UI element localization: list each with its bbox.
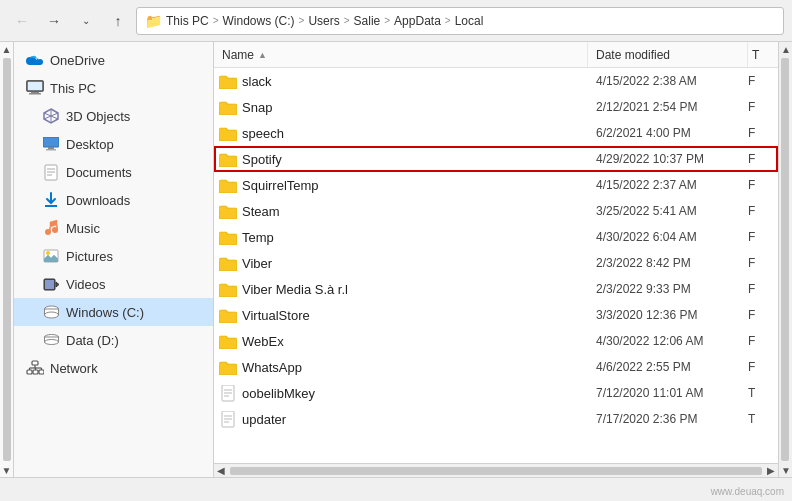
table-row[interactable]: Spotify 4/29/2022 10:37 PM F — [214, 146, 778, 172]
folder-icon — [218, 253, 238, 273]
table-row[interactable]: Viber Media S.à r.l 2/3/2022 9:33 PM F — [214, 276, 778, 302]
svg-rect-9 — [48, 147, 54, 149]
file-name: slack — [242, 74, 588, 89]
sidebar-item-documents[interactable]: Documents — [14, 158, 213, 186]
address-appdata: AppData — [394, 14, 441, 28]
table-row[interactable]: speech 6/2/2021 4:00 PM F — [214, 120, 778, 146]
table-row[interactable]: Steam 3/25/2022 5:41 AM F — [214, 198, 778, 224]
3d-objects-icon — [42, 107, 60, 125]
file-date: 7/17/2020 2:36 PM — [588, 412, 748, 426]
file-name: Viber Media S.à r.l — [242, 282, 588, 297]
address-bar[interactable]: 📁 This PC > Windows (C:) > Users > Salie… — [136, 7, 784, 35]
address-this-pc: This PC — [166, 14, 209, 28]
sidebar-item-videos[interactable]: Videos — [14, 270, 213, 298]
desktop-label: Desktop — [66, 137, 114, 152]
file-date: 3/25/2022 5:41 AM — [588, 204, 748, 218]
sidebar-scroll-up[interactable]: ▲ — [0, 42, 14, 56]
svg-rect-37 — [39, 370, 44, 374]
col-name-header[interactable]: Name ▲ — [214, 42, 588, 67]
main-container: ▲ ▼ OneDrive — [0, 42, 792, 477]
table-row[interactable]: Temp 4/30/2022 6:04 AM F — [214, 224, 778, 250]
col-date-header[interactable]: Date modified — [588, 42, 748, 67]
svg-point-28 — [44, 312, 58, 318]
watermark: www.deuaq.com — [711, 486, 784, 497]
sidebar-item-windows-c[interactable]: Windows (C:) — [14, 298, 213, 326]
sidebar-item-network[interactable]: Network — [14, 354, 213, 382]
file-type: F — [748, 360, 778, 374]
table-row[interactable]: oobelibMkey 7/12/2020 11:01 AM T — [214, 380, 778, 406]
sidebar-item-music[interactable]: Music — [14, 214, 213, 242]
sidebar-item-pictures[interactable]: Pictures — [14, 242, 213, 270]
svg-rect-3 — [27, 81, 43, 91]
sidebar-item-this-pc[interactable]: This PC — [14, 74, 213, 102]
sidebar-item-downloads[interactable]: Downloads — [14, 186, 213, 214]
svg-point-33 — [44, 339, 58, 344]
file-type: T — [748, 412, 778, 426]
address-users: Users — [308, 14, 339, 28]
back-button[interactable]: ← — [8, 7, 36, 35]
sidebar-scroll-down[interactable]: ▼ — [0, 463, 14, 477]
file-name: Steam — [242, 204, 588, 219]
sidebar-item-data-d[interactable]: Data (D:) — [14, 326, 213, 354]
scroll-right-btn[interactable]: ▶ — [764, 464, 778, 478]
file-date: 4/30/2022 6:04 AM — [588, 230, 748, 244]
file-name: SquirrelTemp — [242, 178, 588, 193]
folder-icon — [218, 71, 238, 91]
filelist-scroll-down[interactable]: ▼ — [779, 463, 792, 477]
folder-icon — [218, 279, 238, 299]
videos-label: Videos — [66, 277, 106, 292]
filelist-scroll-up[interactable]: ▲ — [779, 42, 792, 56]
sidebar-item-desktop[interactable]: Desktop — [14, 130, 213, 158]
file-date: 4/6/2022 2:55 PM — [588, 360, 748, 374]
file-name: Snap — [242, 100, 588, 115]
3d-objects-label: 3D Objects — [66, 109, 130, 124]
file-type: F — [748, 308, 778, 322]
col-type-header[interactable]: T — [748, 42, 778, 67]
documents-icon — [42, 163, 60, 181]
table-row[interactable]: WhatsApp 4/6/2022 2:55 PM F — [214, 354, 778, 380]
folder-icon — [218, 97, 238, 117]
table-row[interactable]: Viber 2/3/2022 8:42 PM F — [214, 250, 778, 276]
file-pane: Name ▲ Date modified T slack 4/1 — [214, 42, 778, 477]
sidebar-item-onedrive[interactable]: OneDrive — [14, 46, 213, 74]
forward-button[interactable]: → — [40, 7, 68, 35]
onedrive-icon — [26, 51, 44, 69]
file-name: Temp — [242, 230, 588, 245]
doc-icon — [218, 409, 238, 429]
folder-icon — [218, 123, 238, 143]
file-type: F — [748, 204, 778, 218]
dropdown-button[interactable]: ⌄ — [72, 7, 100, 35]
file-date: 7/12/2020 11:01 AM — [588, 386, 748, 400]
pictures-label: Pictures — [66, 249, 113, 264]
pictures-icon — [42, 247, 60, 265]
folder-icon-address: 📁 — [145, 13, 162, 29]
table-row[interactable]: updater 7/17/2020 2:36 PM T — [214, 406, 778, 432]
file-type: F — [748, 152, 778, 166]
toolbar: ← → ⌄ ↑ 📁 This PC > Windows (C:) > Users… — [0, 0, 792, 42]
scroll-left-btn[interactable]: ◀ — [214, 464, 228, 478]
svg-rect-10 — [46, 149, 56, 151]
drive-d-icon — [42, 331, 60, 349]
sidebar-item-3d-objects[interactable]: 3D Objects — [14, 102, 213, 130]
h-scrollbar[interactable]: ◀ ▶ — [214, 463, 778, 477]
file-type: F — [748, 282, 778, 296]
file-date: 2/3/2022 9:33 PM — [588, 282, 748, 296]
file-name: VirtualStore — [242, 308, 588, 323]
file-date: 3/3/2020 12:36 PM — [588, 308, 748, 322]
file-header: Name ▲ Date modified T — [214, 42, 778, 68]
this-pc-icon — [26, 79, 44, 97]
desktop-icon — [42, 135, 60, 153]
up-button[interactable]: ↑ — [104, 7, 132, 35]
file-name: updater — [242, 412, 588, 427]
folder-icon — [218, 149, 238, 169]
file-type: F — [748, 126, 778, 140]
table-row[interactable]: VirtualStore 3/3/2020 12:36 PM F — [214, 302, 778, 328]
table-row[interactable]: WebEx 4/30/2022 12:06 AM F — [214, 328, 778, 354]
file-date: 2/3/2022 8:42 PM — [588, 256, 748, 270]
network-label: Network — [50, 361, 98, 376]
table-row[interactable]: Snap 2/12/2021 2:54 PM F — [214, 94, 778, 120]
table-row[interactable]: SquirrelTemp 4/15/2022 2:37 AM F — [214, 172, 778, 198]
table-row[interactable]: slack 4/15/2022 2:38 AM F — [214, 68, 778, 94]
svg-rect-25 — [45, 280, 54, 289]
downloads-label: Downloads — [66, 193, 130, 208]
